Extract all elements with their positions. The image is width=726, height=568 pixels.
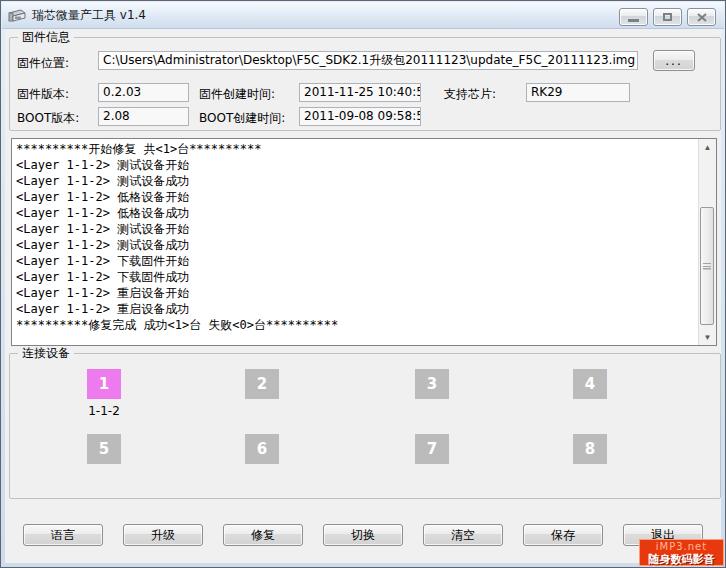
log-lines: **********开始修复 共<1>台********** <Layer 1-… [12, 139, 699, 345]
firmware-version-field[interactable]: 0.2.03 [98, 83, 189, 102]
browse-button[interactable]: ... [653, 50, 695, 71]
log-line: <Layer 1-1-2> 测试设备成功 [16, 237, 699, 253]
close-icon [697, 13, 707, 22]
boot-version-field[interactable]: 2.08 [98, 107, 189, 126]
log-line: **********开始修复 共<1>台********** [16, 141, 699, 157]
minimize-button[interactable] [619, 8, 648, 26]
language-button[interactable]: 语言 [23, 524, 103, 546]
client-area: 固件信息 固件位置: C:\Users\Administrator\Deskto… [5, 29, 721, 563]
connected-devices-group: 连接设备 1 2 3 4 1-1-2 5 6 7 8 [9, 353, 721, 499]
save-button[interactable]: 保存 [523, 524, 603, 546]
boot-version-label: BOOT版本: [17, 110, 79, 127]
device-1-port-label: 1-1-2 [87, 404, 121, 418]
chip-label: 支持芯片: [444, 86, 496, 103]
log-line: <Layer 1-1-2> 测试设备开始 [16, 157, 699, 173]
log-line: **********修复完成 成功<1>台 失败<0>台********** [16, 317, 699, 333]
firmware-created-field[interactable]: 2011-11-25 10:40:58 [299, 83, 421, 102]
log-scrollbar[interactable]: ▲ ▼ [698, 139, 716, 345]
log-line: <Layer 1-1-2> 测试设备成功 [16, 173, 699, 189]
close-button[interactable] [687, 8, 716, 26]
device-slot-2: 2 [245, 369, 279, 399]
app-icon [8, 8, 26, 23]
firmware-version-label: 固件版本: [17, 86, 69, 103]
scrollbar-thumb[interactable] [700, 207, 714, 325]
repair-button[interactable]: 修复 [223, 524, 303, 546]
boot-created-label: BOOT创建时间: [199, 110, 285, 127]
device-slot-6: 6 [245, 434, 279, 464]
switch-button[interactable]: 切换 [323, 524, 403, 546]
log-output[interactable]: **********开始修复 共<1>台********** <Layer 1-… [11, 138, 717, 346]
device-slot-5: 5 [87, 434, 121, 464]
clear-button[interactable]: 清空 [423, 524, 503, 546]
scroll-up-icon[interactable]: ▲ [699, 139, 716, 155]
window-controls [619, 8, 716, 26]
log-line: <Layer 1-1-2> 重启设备成功 [16, 301, 699, 317]
title-bar[interactable]: 瑞芯微量产工具 v1.4 [2, 2, 724, 29]
device-slot-3: 3 [415, 369, 449, 399]
device-slot-8: 8 [573, 434, 607, 464]
log-line: <Layer 1-1-2> 重启设备开始 [16, 285, 699, 301]
firmware-path-field[interactable]: C:\Users\Administrator\Desktop\F5C_SDK2.… [98, 51, 638, 70]
firmware-location-label: 固件位置: [17, 55, 69, 72]
log-line: <Layer 1-1-2> 低格设备开始 [16, 189, 699, 205]
device-slot-4: 4 [573, 369, 607, 399]
maximize-button[interactable] [653, 8, 682, 26]
device-slot-7: 7 [415, 434, 449, 464]
app-window: 瑞芯微量产工具 v1.4 固件信息 固件位置: C:\Users\Adminis… [0, 0, 726, 568]
firmware-info-group: 固件信息 固件位置: C:\Users\Administrator\Deskto… [9, 37, 721, 131]
scrollbar-grip-icon [703, 263, 711, 270]
watermark: iMP3.net 随身数码影音 [639, 539, 724, 566]
devices-group-title: 连接设备 [18, 346, 74, 360]
minimize-icon [628, 19, 639, 22]
window-title: 瑞芯微量产工具 v1.4 [32, 7, 146, 24]
boot-created-field[interactable]: 2011-09-08 09:58:54 [299, 107, 421, 126]
watermark-site: iMP3.net [640, 542, 723, 552]
log-line: <Layer 1-1-2> 下载固件开始 [16, 253, 699, 269]
scroll-down-icon[interactable]: ▼ [699, 329, 716, 345]
chip-field[interactable]: RK29 [526, 83, 630, 102]
watermark-slogan: 随身数码影音 [640, 554, 723, 565]
device-slot-1: 1 [87, 369, 121, 399]
upgrade-button[interactable]: 升级 [123, 524, 203, 546]
action-button-row: 语言 升级 修复 切换 清空 保存 退出 [23, 524, 703, 546]
firmware-group-title: 固件信息 [18, 30, 74, 44]
log-line: <Layer 1-1-2> 低格设备成功 [16, 205, 699, 221]
log-line: <Layer 1-1-2> 测试设备开始 [16, 221, 699, 237]
firmware-created-label: 固件创建时间: [199, 86, 275, 103]
maximize-icon [663, 13, 672, 21]
log-line: <Layer 1-1-2> 下载固件成功 [16, 269, 699, 285]
